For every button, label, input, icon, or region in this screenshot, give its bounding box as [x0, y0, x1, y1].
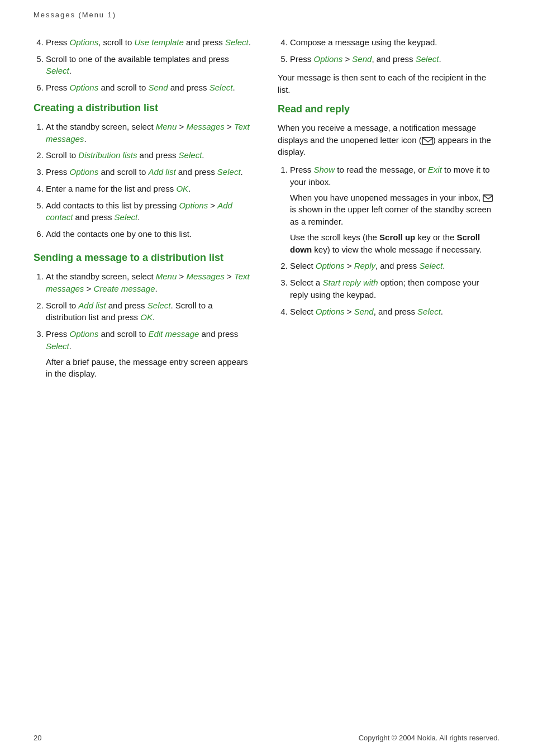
create-message-link: Create message: [93, 284, 155, 293]
list-item: At the standby screen, select Menu > Mes…: [46, 121, 255, 145]
list-item: Scroll to Add list and press Select. Scr…: [46, 299, 255, 324]
letter-icon-inline: [483, 194, 493, 202]
select-link: Select: [225, 37, 249, 47]
list-item: Enter a name for the list and press OK.: [46, 183, 255, 195]
list-item: Press Options, scroll to Use template an…: [46, 36, 255, 49]
page-header: Messages (Menu 1): [34, 10, 499, 21]
reply-link: Reply: [354, 261, 375, 270]
section-title-read-reply: Read and reply: [278, 102, 499, 116]
send-link: Send: [354, 307, 374, 316]
select-link: Select: [147, 301, 171, 310]
section-title-creating: Creating a distribution list: [34, 101, 255, 115]
select-link: Select: [46, 66, 69, 75]
ok-link: OK: [176, 184, 188, 193]
options-link: Options: [70, 167, 99, 177]
sub-paragraph-1: When you have unopened messages in your …: [290, 192, 499, 228]
select-link: Select: [417, 307, 441, 316]
select-link: Select: [416, 54, 439, 64]
select-link: Select: [179, 150, 202, 160]
exit-link: Exit: [428, 165, 442, 174]
page: Messages (Menu 1) Press Options, scroll …: [0, 0, 533, 756]
intro-list-left: Press Options, scroll to Use template an…: [34, 36, 255, 94]
intro-para-right: Your message is then sent to each of the…: [278, 72, 499, 96]
sub-paragraph: After a brief pause, the message entry s…: [46, 356, 255, 381]
start-reply-with-link: Start reply with: [322, 278, 378, 287]
list-item: Press Options and scroll to Edit message…: [46, 328, 255, 380]
scroll-up-text: Scroll up: [379, 232, 415, 242]
add-list-link: Add list: [148, 167, 175, 177]
menu-link: Menu: [156, 122, 177, 131]
ok-link: OK: [140, 312, 153, 322]
list-item: At the standby screen, select Menu > Mes…: [46, 270, 255, 295]
select-link: Select: [210, 83, 233, 92]
list-item: Select a Start reply with option; then c…: [290, 277, 499, 301]
copyright: Copyright © 2004 Nokia. All rights reser…: [359, 733, 499, 744]
messages-link: Messages: [186, 122, 224, 131]
select-link: Select: [217, 167, 241, 177]
list-item: Add the contacts one by one to this list…: [46, 228, 255, 240]
list-item: Scroll to one of the available templates…: [46, 53, 255, 78]
list-item: Select Options > Reply, and press Select…: [290, 260, 499, 272]
add-list-link: Add list: [78, 301, 106, 310]
section-title-sending: Sending a message to a distribution list: [34, 250, 255, 265]
send-link: Send: [148, 83, 168, 92]
sending-list: At the standby screen, select Menu > Mes…: [34, 270, 255, 380]
page-number: 20: [34, 733, 41, 744]
list-item: Press Options and scroll to Add list and…: [46, 166, 255, 178]
options-link: Options: [314, 54, 343, 64]
distribution-lists-link: Distribution lists: [78, 150, 137, 160]
list-item: Scroll to Distribution lists and press S…: [46, 149, 255, 161]
select-link: Select: [115, 212, 138, 222]
section-sending-message: Sending a message to a distribution list…: [34, 250, 255, 380]
sub-paragraph-2: Use the scroll keys (the Scroll up key o…: [290, 231, 499, 256]
select-link: Select: [419, 261, 442, 270]
messages-link: Messages: [186, 272, 224, 281]
list-item: Add contacts to this list by pressing Op…: [46, 199, 255, 224]
read-reply-intro: When you receive a message, a notificati…: [278, 122, 499, 158]
page-footer: 20 Copyright © 2004 Nokia. All rights re…: [0, 733, 533, 744]
use-template-link: Use template: [134, 37, 183, 47]
list-item: Press Options and scroll to Send and pre…: [46, 82, 255, 94]
section-read-reply: Read and reply When you receive a messag…: [278, 102, 499, 318]
list-item: Select Options > Send, and press Select.: [290, 306, 499, 318]
list-item: Press Options > Send, and press Select.: [290, 53, 499, 65]
creating-list: At the standby screen, select Menu > Mes…: [34, 121, 255, 240]
two-column-layout: Press Options, scroll to Use template an…: [34, 36, 499, 390]
letter-icon: [422, 137, 433, 145]
send-link: Send: [352, 54, 372, 64]
right-column: Compose a message using the keypad. Pres…: [278, 36, 499, 390]
options-link: Options: [70, 329, 99, 339]
menu-link: Menu: [156, 272, 177, 281]
options-link: Options: [316, 261, 345, 270]
show-link: Show: [314, 165, 335, 174]
select-link: Select: [46, 341, 69, 351]
section-creating-distribution-list: Creating a distribution list At the stan…: [34, 101, 255, 240]
list-item: Compose a message using the keypad.: [290, 36, 499, 49]
intro-list-right: Compose a message using the keypad. Pres…: [278, 36, 499, 65]
read-reply-list: Press Show to read the message, or Exit …: [278, 164, 499, 317]
options-link: Options: [70, 83, 99, 92]
options-link: Options: [70, 37, 99, 47]
options-link: Options: [179, 201, 208, 210]
options-link: Options: [316, 307, 345, 316]
list-item: Press Show to read the message, or Exit …: [290, 164, 499, 255]
edit-message-link: Edit message: [148, 329, 199, 339]
left-column: Press Options, scroll to Use template an…: [34, 36, 255, 390]
